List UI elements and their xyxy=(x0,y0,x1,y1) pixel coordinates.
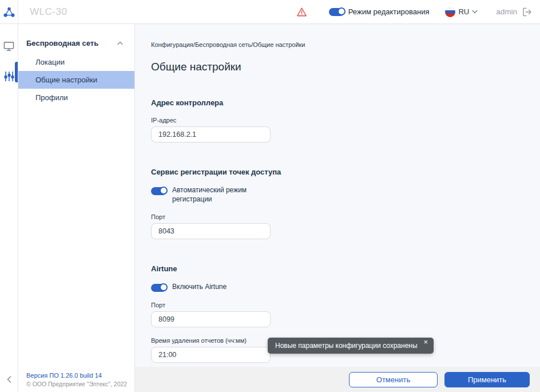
app-title: WLC-30 xyxy=(18,0,296,23)
section-registration-service: Сервис регистрации точек доступа Автомат… xyxy=(151,168,540,239)
top-header: WLC-30 Режим редактирования xyxy=(0,0,540,24)
section-title: Airtune xyxy=(151,264,540,273)
network-nodes-icon xyxy=(3,6,15,18)
app-logo[interactable] xyxy=(0,0,18,23)
section-title: Сервис регистрации точек доступа xyxy=(151,168,540,176)
registration-port-input[interactable] xyxy=(151,223,271,239)
field-label: Порт xyxy=(151,302,540,308)
airtune-toggle[interactable] xyxy=(151,284,166,292)
page-title: Общие настройки xyxy=(151,61,540,73)
user-menu: admin xyxy=(496,7,532,17)
chevron-left-icon xyxy=(7,376,11,383)
section-title: Адрес контроллера xyxy=(151,98,540,107)
edit-mode-toggle[interactable] xyxy=(329,8,344,16)
language-code: RU xyxy=(458,7,469,16)
rail-active-indicator xyxy=(15,62,18,82)
language-selector[interactable]: RU xyxy=(445,7,478,17)
sidebar-item-locations[interactable]: Локации xyxy=(18,53,134,71)
body-row: Беспроводная сеть Локации Общие настройк… xyxy=(0,24,540,392)
auto-registration-toggle[interactable] xyxy=(151,187,166,195)
icon-rail xyxy=(0,24,18,392)
content-scroll-area: Конфигурация/Беспроводная сеть/Общие нас… xyxy=(135,24,540,367)
monitor-icon xyxy=(3,41,14,52)
main-content: Конфигурация/Беспроводная сеть/Общие нас… xyxy=(135,24,540,392)
toast-close-icon[interactable]: × xyxy=(424,338,428,346)
username: admin xyxy=(496,7,517,16)
chevron-down-icon xyxy=(472,10,478,14)
toast-message: Новые параметры конфигурации сохранены xyxy=(275,342,418,350)
flag-russia-icon xyxy=(445,7,455,17)
auto-registration-control: Автоматический режим регистрации xyxy=(151,185,540,204)
report-deletion-time-input[interactable] xyxy=(151,347,271,363)
airtune-enable-control: Включить Airtune xyxy=(151,282,540,292)
sidebar-footer: Версия ПО 1.26.0 build 14 © ООО Предприя… xyxy=(26,372,127,387)
rail-item-monitoring[interactable] xyxy=(0,37,18,56)
breadcrumb: Конфигурация/Беспроводная сеть/Общие нас… xyxy=(151,41,540,48)
cancel-button[interactable]: Отменить xyxy=(349,372,438,387)
field-registration-port: Порт xyxy=(151,213,540,239)
edit-mode-control: Режим редактирования xyxy=(329,7,430,16)
nav-group-label: Беспроводная сеть xyxy=(26,39,98,47)
apply-button[interactable]: Применить xyxy=(444,372,530,387)
field-airtune-port: Порт xyxy=(151,302,540,327)
chevron-up-icon xyxy=(117,41,123,45)
firmware-version-link[interactable]: Версия ПО 1.26.0 build 14 xyxy=(26,372,127,379)
field-label: Порт xyxy=(151,213,540,220)
toggle-label: Включить Airtune xyxy=(172,282,227,291)
header-right-cluster: Режим редактирования RU xyxy=(296,0,540,23)
field-ip-address: IP-адрес xyxy=(151,117,540,142)
ip-address-input[interactable] xyxy=(151,126,271,142)
sidebar-item-general-settings[interactable]: Общие настройки xyxy=(18,71,134,89)
action-bar: Отменить Применить xyxy=(135,367,540,392)
edit-mode-label: Режим редактирования xyxy=(348,7,430,16)
warning-triangle-icon xyxy=(296,7,307,17)
copyright-text: © ООО Предприятие "Элтекс", 2022 xyxy=(26,381,127,387)
toast-notification: Новые параметры конфигурации сохранены × xyxy=(268,338,434,354)
toggle-label: Автоматический режим регистрации xyxy=(172,185,269,204)
airtune-port-input[interactable] xyxy=(151,311,271,327)
wlc-app-window: WLC-30 Режим редактирования xyxy=(0,0,540,392)
sliders-icon xyxy=(4,71,14,82)
section-controller-address: Адрес контроллера IP-адрес xyxy=(151,98,540,142)
field-label: IP-адрес xyxy=(151,117,540,124)
logout-icon[interactable] xyxy=(522,7,532,17)
alerts-indicator[interactable] xyxy=(296,7,307,17)
sidebar-item-profiles[interactable]: Профили xyxy=(18,89,134,106)
sidebar-collapse-button[interactable] xyxy=(0,373,18,386)
nav-group-wireless[interactable]: Беспроводная сеть xyxy=(18,24,134,53)
sidebar: Беспроводная сеть Локации Общие настройк… xyxy=(18,24,135,392)
